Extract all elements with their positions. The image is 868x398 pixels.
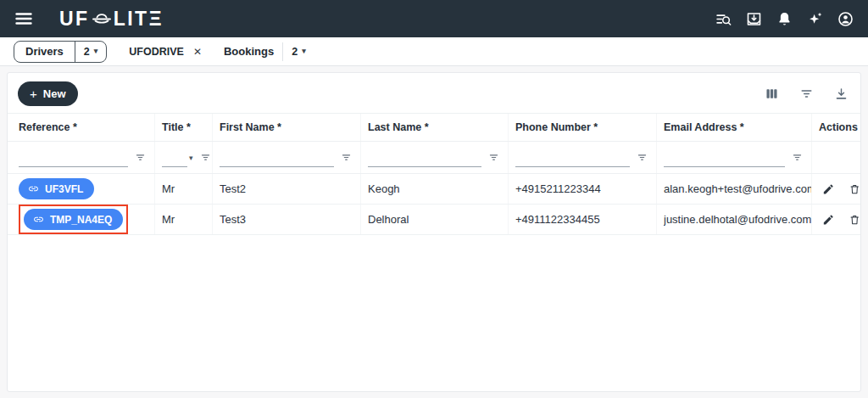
download-icon[interactable] bbox=[834, 87, 849, 101]
column-header-label: Phone Number * bbox=[515, 121, 598, 133]
cell-email: alan.keogh+test@ufodrive.com bbox=[657, 174, 812, 204]
list-search-icon[interactable] bbox=[715, 10, 732, 28]
logo-text-right: LIT bbox=[114, 8, 149, 31]
table-header-row: Reference * Title * First Name * Last Na… bbox=[8, 113, 860, 142]
cell-last-name: Keogh bbox=[361, 174, 509, 204]
column-header-reference[interactable]: Reference * bbox=[8, 114, 155, 141]
column-header-phone[interactable]: Phone Number * bbox=[509, 114, 657, 141]
link-icon bbox=[28, 183, 39, 194]
plus-icon: + bbox=[30, 87, 37, 100]
account-avatar-icon[interactable] bbox=[837, 10, 854, 28]
filter-cell-title: ▾ bbox=[155, 142, 213, 173]
first-name-filter-input[interactable] bbox=[220, 149, 334, 167]
filter-cell-last-name bbox=[361, 142, 509, 173]
edit-pencil-icon[interactable] bbox=[822, 213, 835, 227]
drivers-table-card: + New bbox=[7, 72, 861, 392]
tab-bookings-label: Bookings bbox=[224, 45, 282, 58]
notifications-bell-icon[interactable] bbox=[776, 10, 793, 28]
new-button[interactable]: + New bbox=[18, 81, 78, 106]
title-filter-select[interactable] bbox=[162, 149, 187, 167]
reference-link-pill[interactable]: UF3VFL bbox=[19, 178, 94, 199]
tab-bar: Drivers 2 ▾ UFODRIVE ✕ Bookings 2 ▾ bbox=[0, 37, 868, 66]
phone-filter-menu-icon[interactable] bbox=[637, 152, 648, 163]
chevron-down-icon[interactable]: ▾ bbox=[189, 154, 193, 162]
last-name-filter-menu-icon[interactable] bbox=[488, 152, 499, 163]
close-icon[interactable]: ✕ bbox=[193, 47, 202, 57]
tab-drivers-label: Drivers bbox=[14, 45, 75, 58]
cell-phone: +4915211223344 bbox=[509, 174, 657, 204]
menu-hamburger-icon[interactable] bbox=[14, 8, 34, 29]
tab-bookings[interactable]: Bookings 2 ▾ bbox=[224, 42, 306, 61]
new-button-label: New bbox=[43, 87, 66, 100]
column-header-label: Email Address * bbox=[664, 121, 744, 133]
tab-ufodrive[interactable]: UFODRIVE ✕ bbox=[129, 46, 202, 58]
cell-reference: TMP_NA4EQ bbox=[8, 205, 155, 234]
chevron-down-icon: ▾ bbox=[302, 48, 306, 55]
filter-icon[interactable] bbox=[799, 87, 814, 101]
table-toolbar: + New bbox=[8, 73, 860, 113]
inbox-download-icon[interactable] bbox=[745, 10, 763, 28]
cell-first-name: Test2 bbox=[213, 174, 361, 204]
appbar-icons bbox=[715, 10, 854, 28]
cell-actions bbox=[812, 205, 860, 234]
delete-trash-icon[interactable] bbox=[849, 213, 861, 227]
column-header-label: Last Name * bbox=[368, 121, 429, 133]
first-name-filter-menu-icon[interactable] bbox=[341, 152, 352, 163]
cell-email: justine.delhotal@ufodrive.com bbox=[657, 205, 812, 234]
cell-phone: +4911122334455 bbox=[509, 205, 657, 234]
filter-cell-email bbox=[657, 142, 812, 173]
columns-icon[interactable] bbox=[765, 87, 779, 101]
column-header-last-name[interactable]: Last Name * bbox=[361, 114, 509, 141]
last-name-filter-input[interactable] bbox=[368, 149, 481, 167]
tab-drivers-count[interactable]: 2 ▾ bbox=[75, 46, 106, 58]
column-header-email[interactable]: Email Address * bbox=[657, 114, 812, 141]
reference-filter-menu-icon[interactable] bbox=[135, 152, 146, 163]
email-filter-menu-icon[interactable] bbox=[792, 152, 803, 163]
email-filter-input[interactable] bbox=[664, 149, 785, 167]
email-value: justine.delhotal@ufodrive.com bbox=[664, 213, 811, 226]
reference-value: TMP_NA4EQ bbox=[50, 214, 112, 226]
column-header-label: Title * bbox=[162, 121, 191, 133]
ufo-saucer-icon bbox=[91, 8, 113, 29]
reference-filter-input[interactable] bbox=[19, 149, 128, 167]
email-value: alan.keogh+test@ufodrive.com bbox=[664, 182, 811, 195]
column-header-actions: Actions bbox=[812, 114, 860, 141]
filter-cell-first-name bbox=[213, 142, 361, 173]
column-header-label: First Name * bbox=[220, 121, 281, 133]
cell-reference: UF3VFL bbox=[8, 174, 155, 204]
link-icon bbox=[33, 214, 44, 225]
reference-value: UF3VFL bbox=[45, 183, 83, 195]
cell-title: Mr bbox=[155, 205, 213, 234]
cell-title: Mr bbox=[155, 174, 213, 204]
title-filter-menu-icon[interactable] bbox=[200, 152, 211, 163]
chevron-down-icon: ▾ bbox=[94, 48, 98, 55]
tab-bookings-count[interactable]: 2 ▾ bbox=[283, 46, 305, 58]
column-header-first-name[interactable]: First Name * bbox=[213, 114, 361, 141]
cell-first-name: Test3 bbox=[213, 205, 361, 234]
phone-filter-input[interactable] bbox=[515, 149, 630, 167]
logo-text-e-bars: Ξ bbox=[149, 8, 164, 31]
column-header-title[interactable]: Title * bbox=[155, 114, 213, 141]
reference-link-pill[interactable]: TMP_NA4EQ bbox=[24, 209, 123, 230]
delete-trash-icon[interactable] bbox=[849, 182, 861, 196]
filter-cell-reference bbox=[8, 142, 155, 173]
table-row[interactable]: UF3VFL Mr Test2 Keogh +4915211223344 ala… bbox=[8, 174, 860, 205]
column-header-label: Actions bbox=[819, 121, 858, 133]
filter-cell-phone bbox=[509, 142, 657, 173]
column-header-label: Reference * bbox=[19, 121, 77, 133]
tab-drivers-count-value: 2 bbox=[84, 46, 90, 58]
table-filter-row: ▾ bbox=[8, 142, 860, 174]
edit-pencil-icon[interactable] bbox=[822, 182, 835, 196]
cell-last-name: Delhoral bbox=[361, 205, 509, 234]
highlight-red-box: TMP_NA4EQ bbox=[19, 205, 128, 234]
ufolite-logo: UF LIT Ξ bbox=[59, 8, 164, 31]
tab-ufodrive-label: UFODRIVE bbox=[129, 46, 184, 58]
logo-text-left: UF bbox=[59, 8, 90, 31]
table-row[interactable]: TMP_NA4EQ Mr Test3 Delhoral +49111223344… bbox=[8, 205, 860, 235]
app-bar: UF LIT Ξ bbox=[0, 0, 868, 37]
ai-sparkles-icon[interactable] bbox=[806, 10, 824, 28]
tab-bookings-count-value: 2 bbox=[292, 46, 298, 58]
tab-drivers[interactable]: Drivers 2 ▾ bbox=[14, 41, 107, 63]
filter-cell-actions bbox=[812, 142, 860, 173]
cell-actions bbox=[812, 174, 860, 204]
